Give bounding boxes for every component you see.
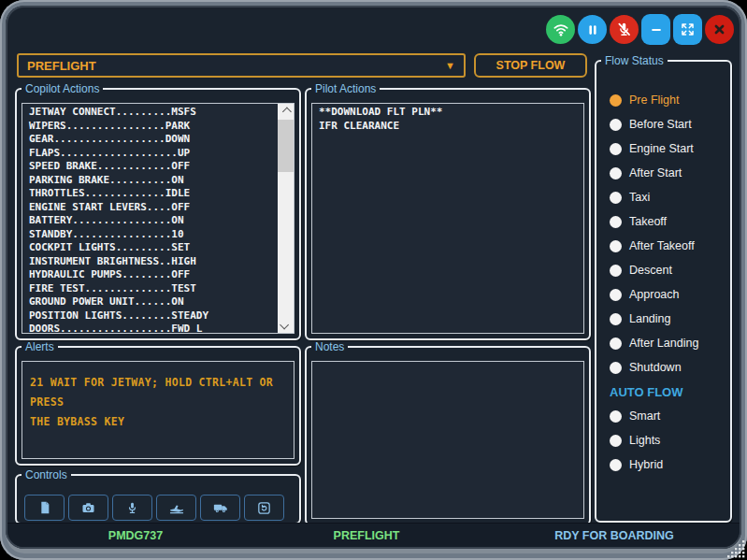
checklist-item[interactable]: THROTTLES.............IDLE: [22, 187, 278, 201]
flow-option-descent[interactable]: Descent: [610, 258, 730, 282]
checklist-item[interactable]: STANDBY................10: [22, 228, 278, 242]
flow-option-label: After Start: [629, 166, 682, 179]
alert-message: 21 WAIT FOR JETWAY; HOLD CTRL+ALT OR PRE…: [30, 373, 288, 432]
flow-option-lights[interactable]: Lights: [610, 428, 730, 452]
checklist-item[interactable]: INSTRUMENT BRIGHTNESS..HIGH: [22, 255, 278, 269]
radio-icon: [610, 410, 622, 423]
maximize-button[interactable]: [673, 14, 702, 45]
pause-button[interactable]: [578, 15, 607, 44]
pilot-action-item[interactable]: IFR CLEARANCE: [312, 120, 583, 134]
checklist-item[interactable]: SPEED BRAKE............OFF: [22, 160, 278, 174]
microphone-button[interactable]: [112, 495, 152, 521]
flow-phase-list: Pre FlightBefore StartEngine StartAfter …: [610, 88, 730, 380]
controls-row: [24, 495, 284, 521]
flow-option-engine-start[interactable]: Engine Start: [610, 136, 730, 161]
flow-option-after-landing[interactable]: After Landing: [610, 331, 730, 355]
flow-option-label: Approach: [629, 288, 680, 301]
flow-option-label: Lights: [629, 434, 660, 447]
screen: PREFLIGHT ▼ STOP FLOW Copilot Actions JE…: [0, 0, 747, 560]
titlebar-buttons: [546, 14, 734, 45]
close-button[interactable]: [705, 15, 734, 44]
checklist-item[interactable]: COCKPIT LIGHTS.........SET: [22, 241, 278, 255]
auto-flow-heading: AUTO FLOW: [610, 380, 730, 404]
phase-label: PREFLIGHT: [334, 529, 400, 542]
flow-option-taxi[interactable]: Taxi: [610, 185, 730, 209]
scrollbar-thumb[interactable]: [278, 120, 294, 172]
flow-option-hybrid[interactable]: Hybrid: [610, 452, 730, 477]
radio-icon: [610, 216, 622, 228]
copilot-actions-panel: Copilot Actions JETWAY CONNECT.........M…: [15, 84, 301, 340]
scroll-down-icon[interactable]: [278, 317, 294, 333]
copilot-actions-title: Copilot Actions: [22, 84, 103, 93]
flow-status-panel: Flow Status Pre FlightBefore StartEngine…: [595, 56, 732, 523]
camera-button[interactable]: [68, 495, 108, 521]
pilot-action-item[interactable]: **DOWNLOAD FLT PLN**: [312, 106, 583, 120]
flow-option-landing[interactable]: Landing: [610, 307, 730, 331]
copilot-actions-listbox: JETWAY CONNECT.........MSFSWIPERS.......…: [22, 103, 294, 334]
checklist-item[interactable]: GEAR..................DOWN: [22, 133, 278, 147]
radio-icon: [610, 167, 622, 179]
ground-vehicle-button[interactable]: [200, 495, 240, 521]
pause-icon: [584, 22, 601, 38]
status-bar: PMDG737 PREFLIGHT RDY FOR BOARDING: [7, 523, 740, 547]
notes-panel: Notes: [305, 342, 591, 525]
checklist-item[interactable]: BATTERY................ON: [22, 214, 278, 228]
stop-flow-button[interactable]: STOP FLOW: [474, 53, 587, 78]
app-window-frame: PREFLIGHT ▼ STOP FLOW Copilot Actions JE…: [0, 0, 747, 560]
radio-icon: [610, 313, 622, 325]
scroll-up-icon[interactable]: [278, 104, 294, 120]
checklist-item[interactable]: DOORS..................FWD_L: [22, 323, 278, 333]
reload-flow-button[interactable]: [244, 495, 284, 521]
checklist-item[interactable]: FIRE TEST..............TEST: [22, 282, 278, 296]
flow-option-label: Engine Start: [629, 142, 694, 155]
flow-option-label: After Takeoff: [629, 239, 695, 252]
mute-button[interactable]: [610, 15, 639, 44]
resize-grip[interactable]: [725, 538, 746, 559]
checklist-item[interactable]: HYDRAULIC PUMPS........OFF: [22, 268, 278, 282]
pilot-actions-panel: Pilot Actions **DOWNLOAD FLT PLN**IFR CL…: [305, 84, 591, 340]
flow-option-shutdown[interactable]: Shutdown: [610, 355, 730, 380]
close-icon: [711, 21, 728, 38]
flow-select[interactable]: PREFLIGHT ▼: [17, 53, 466, 78]
flow-select-value: PREFLIGHT: [27, 59, 96, 73]
checklist-item[interactable]: GROUND POWER UNIT......ON: [22, 295, 278, 309]
checklist-item[interactable]: JETWAY CONNECT.........MSFS: [22, 106, 278, 120]
notes-input[interactable]: [311, 361, 584, 519]
radio-icon: [610, 337, 622, 350]
alerts-box: 21 WAIT FOR JETWAY; HOLD CTRL+ALT OR PRE…: [22, 361, 294, 459]
flow-option-before-start[interactable]: Before Start: [610, 112, 730, 136]
checklist-item[interactable]: ENGINE START LEVERS....OFF: [22, 201, 278, 215]
flight-doc-button[interactable]: [24, 495, 65, 521]
checklist-item[interactable]: POSITION LIGHTS........STEADY: [22, 309, 278, 323]
aircraft-label: PMDG737: [108, 529, 163, 542]
truck-icon: [212, 499, 229, 516]
radio-icon: [610, 362, 622, 374]
flow-option-takeoff[interactable]: Takeoff: [610, 209, 730, 234]
flow-option-after-takeoff[interactable]: After Takeoff: [610, 234, 730, 258]
wifi-icon: [552, 21, 570, 39]
flow-option-label: Landing: [629, 312, 671, 325]
voice-connection-button[interactable]: [546, 15, 575, 44]
checklist-item[interactable]: PARKING BRAKE..........ON: [22, 174, 278, 188]
flow-option-label: Smart: [629, 409, 660, 423]
flow-status-body: Pre FlightBefore StartEngine StartAfter …: [610, 65, 730, 477]
flow-option-smart[interactable]: Smart: [610, 404, 730, 428]
flow-status-title: Flow Status: [601, 56, 668, 65]
auto-flow-mode-list: SmartLightsHybrid: [610, 404, 730, 477]
minimize-button[interactable]: [641, 14, 670, 45]
radio-icon: [610, 289, 622, 301]
flow-option-after-start[interactable]: After Start: [610, 161, 730, 185]
pushback-departure-button[interactable]: [156, 495, 196, 521]
alerts-title: Alerts: [22, 342, 58, 352]
checklist-item[interactable]: WIPERS................PARK: [22, 120, 278, 134]
copilot-scrollbar[interactable]: [278, 104, 294, 333]
app-window: PREFLIGHT ▼ STOP FLOW Copilot Actions JE…: [6, 6, 741, 549]
flow-option-label: Takeoff: [629, 215, 667, 228]
radio-icon: [610, 240, 622, 252]
checklist-item[interactable]: FLAPS...................UP: [22, 147, 278, 161]
flow-option-label: Hybrid: [629, 458, 663, 471]
flow-option-pre-flight[interactable]: Pre Flight: [610, 88, 730, 112]
flow-option-approach[interactable]: Approach: [610, 282, 730, 307]
copilot-actions-list: JETWAY CONNECT.........MSFSWIPERS.......…: [22, 106, 278, 333]
notes-title: Notes: [311, 342, 348, 352]
